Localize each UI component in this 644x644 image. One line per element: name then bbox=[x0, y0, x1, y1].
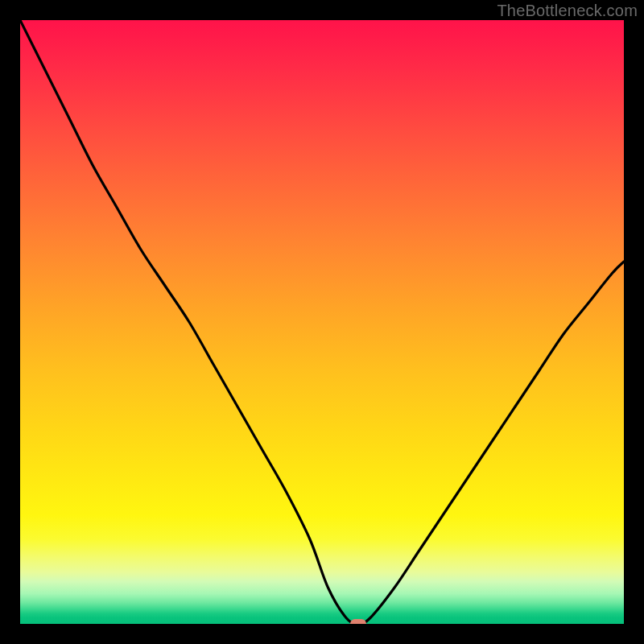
bottleneck-curve bbox=[20, 20, 624, 624]
watermark-text: TheBottleneck.com bbox=[497, 2, 638, 20]
chart-frame: TheBottleneck.com bbox=[0, 0, 644, 644]
curve-line bbox=[20, 20, 624, 624]
plot-area bbox=[20, 20, 624, 624]
minimum-marker bbox=[350, 619, 366, 624]
